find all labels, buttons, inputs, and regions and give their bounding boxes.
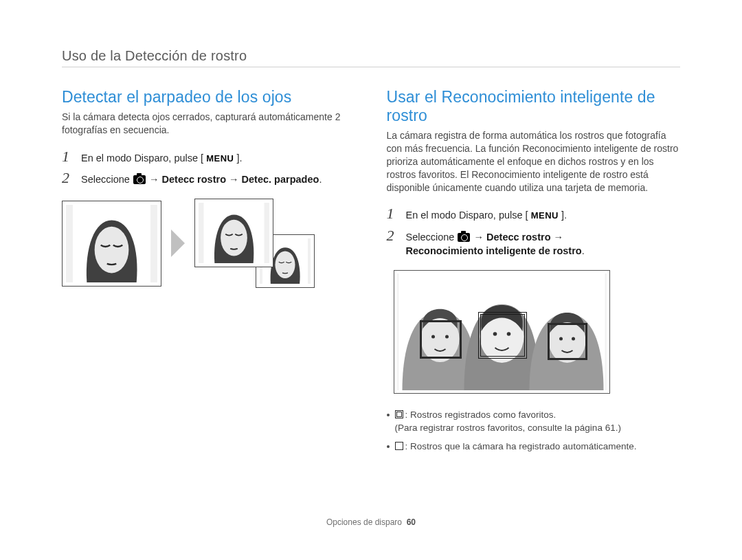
legend-auto-text: : Rostros que la cámara ha registrado au… xyxy=(395,440,637,453)
menu-button-label: MENU xyxy=(203,153,236,165)
camera-icon-r xyxy=(458,233,470,242)
step-number-1: 1 xyxy=(62,149,74,164)
bullet-icon-2 xyxy=(387,445,390,448)
photo-eyes-closed xyxy=(62,201,161,287)
arrow-icon xyxy=(171,229,185,257)
face-illustration-closed xyxy=(66,205,157,282)
right-step2-pre: Seleccione xyxy=(406,232,458,243)
bullet-icon xyxy=(387,414,390,416)
svg-point-1 xyxy=(95,227,129,273)
left-step1-pre: En el modo Disparo, pulse [ xyxy=(81,153,203,164)
svg-point-5 xyxy=(221,220,247,256)
face-detect-single-left xyxy=(420,320,462,359)
face-illustration-med xyxy=(199,203,269,263)
svg-point-3 xyxy=(275,251,295,279)
left-step1-text: En el modo Disparo, pulse [MENU]. xyxy=(81,149,356,165)
footer-label: Opciones de disparo xyxy=(326,517,402,527)
smart-face-illustration xyxy=(394,270,610,394)
group-photo-inner xyxy=(397,273,607,390)
step-number-1r: 1 xyxy=(387,206,399,221)
legend2-main: : Rostros que la cámara ha registrado au… xyxy=(405,441,637,451)
legend1-main: : Rostros registrados como favoritos. xyxy=(405,410,556,420)
left-step-2: 2 Seleccione → Detecc rostro → Detec. pa… xyxy=(62,170,356,186)
right-step-2: 2 Seleccione → Detecc rostro → Reconocim… xyxy=(387,228,681,258)
legend-item-favorites: : Rostros registrados como favoritos. (P… xyxy=(387,409,681,435)
photo-med-front xyxy=(194,199,273,267)
step-number-2r: 2 xyxy=(387,228,399,243)
right-column: Usar el Reconocimiento inteligente de ro… xyxy=(387,88,681,459)
page-footer: Opciones de disparo 60 xyxy=(0,517,742,527)
legend: : Rostros registrados como favoritos. (P… xyxy=(387,409,681,453)
legend1-sub: (Para registrar rostros favoritos, consu… xyxy=(395,423,621,433)
face-detect-single-right xyxy=(548,323,587,360)
right-step2-path2: Reconocimiento inteligente de rostro xyxy=(406,245,582,256)
right-intro: La cámara registra de forma automática l… xyxy=(387,129,681,194)
two-column-layout: Detectar el parpadeo de los ojos Si la c… xyxy=(62,88,680,459)
left-intro: Si la cámara detecta ojos cerrados, capt… xyxy=(62,111,356,137)
legend-favorites-text: : Rostros registrados como favoritos. (P… xyxy=(395,409,621,435)
camera-icon xyxy=(133,175,146,184)
right-step1-post: ]. xyxy=(561,210,567,221)
left-heading: Detectar el parpadeo de los ojos xyxy=(62,88,356,107)
double-frame-icon xyxy=(395,410,403,418)
left-step2-text: Seleccione → Detecc rostro → Detec. parp… xyxy=(81,170,356,186)
manual-page: Uso de la Detección de rostro Detectar e… xyxy=(0,0,742,560)
face-svg-closed xyxy=(66,205,157,282)
page-number: 60 xyxy=(407,517,416,527)
right-step2-path1: → Detecc rostro → xyxy=(471,232,563,243)
right-step2-post: . xyxy=(582,245,585,256)
photo-sequence-stack xyxy=(194,199,315,288)
header-divider xyxy=(62,67,680,67)
menu-button-label-r: MENU xyxy=(528,210,561,222)
group-photo-frame xyxy=(394,270,610,394)
blink-illustration xyxy=(62,199,356,288)
legend-item-auto: : Rostros que la cámara ha registrado au… xyxy=(387,440,681,453)
section-header: Uso de la Detección de rostro xyxy=(62,48,680,64)
right-step1-pre: En el modo Disparo, pulse [ xyxy=(406,210,528,221)
face-detect-double-center xyxy=(478,312,526,359)
right-step1-text: En el modo Disparo, pulse [MENU]. xyxy=(406,206,681,222)
left-step2-path: → Detecc rostro → Detec. parpadeo xyxy=(146,174,319,185)
right-heading: Usar el Reconocimiento inteligente de ro… xyxy=(387,88,681,125)
single-frame-icon xyxy=(395,442,403,450)
step-number-2: 2 xyxy=(62,170,74,186)
left-step2-post: . xyxy=(319,174,322,185)
left-column: Detectar el parpadeo de los ojos Si la c… xyxy=(62,88,356,459)
left-step-1: 1 En el modo Disparo, pulse [MENU]. xyxy=(62,149,356,165)
left-step1-post: ]. xyxy=(236,153,242,164)
left-step2-pre: Seleccione xyxy=(81,174,133,185)
face-svg-med xyxy=(199,203,269,263)
right-step-1: 1 En el modo Disparo, pulse [MENU]. xyxy=(387,206,681,222)
right-step2-text: Seleccione → Detecc rostro → Reconocimie… xyxy=(406,228,681,258)
